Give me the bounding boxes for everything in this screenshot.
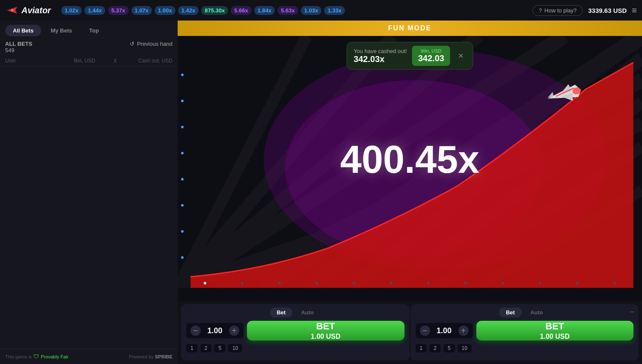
x-dot [464,282,467,284]
multiplier-strip: 1.02x 1.44x 5.37x 1.07x 1.00x 1.42x 875.… [61,6,529,15]
y-dot [181,256,184,259]
how-to-play-button[interactable]: ? How to play? [532,5,583,16]
amount-control-1: − 1.00 + [186,323,244,338]
bet-tab-auto-2[interactable]: Auto [523,308,550,317]
x-dot [241,282,244,284]
bets-title: ALL BETS [5,41,32,47]
win-badge: Win, USD 342.03 [412,46,450,66]
top-right: ? How to play? 3339.63 USD ≡ [532,5,637,16]
main-layout: All Bets My Bets Top ALL BETS 549 ↺ Prev… [0,21,642,364]
mult-badge[interactable]: 5.66x [231,6,252,15]
quick-bet-5[interactable]: 5 [214,344,226,352]
y-dot [181,100,184,102]
amount-increase-2[interactable]: + [458,326,469,336]
logo-plane-icon [5,3,19,17]
col-x-header: X [111,58,119,64]
x-axis-dots [186,282,633,284]
quick-bet-1[interactable]: 1 [186,344,198,352]
bet-btn-label-1: BET [316,321,335,332]
y-dot [181,204,184,207]
quick-bet-2[interactable]: 2 [200,344,212,352]
cashout-label: You have cashed out! [354,48,407,54]
x-dot [315,282,318,284]
previous-hand-button[interactable]: ↺ Previous hand [130,41,172,47]
powered-by-text: Powered by [129,354,154,359]
mult-badge[interactable]: 1.03x [301,6,322,15]
bet-section-2: − Bet Auto − 1.00 + BET 1.00 USD [410,304,639,361]
right-panel: FUN MODE You have cashed out! 342.03x Wi… [178,21,642,364]
win-amount: 342.03 [418,53,444,63]
cashout-amount: 342.03x [354,54,407,64]
bet-tab-bet-2[interactable]: Bet [499,308,522,317]
y-dot [181,178,184,181]
how-to-play-label: How to play? [544,7,577,14]
amount-control-2: − 1.00 + [416,323,473,338]
quick-bets-2: 1 2 5 10 [416,344,634,352]
top-bar: Aviator 1.02x 1.44x 5.37x 1.07x 1.00x 1.… [0,0,642,21]
tab-all-bets[interactable]: All Bets [5,25,41,36]
close-notification-button[interactable]: ✕ [455,51,466,61]
shield-icon: 🛡 [33,353,39,360]
mult-badge[interactable]: 875.30x [201,6,228,15]
mult-badge[interactable]: 5.37x [108,6,129,15]
tab-top[interactable]: Top [81,25,107,36]
quick-bet-2-10[interactable]: 10 [458,344,472,352]
quick-bet-10[interactable]: 10 [228,344,242,352]
bet-tab-auto-1[interactable]: Auto [294,308,321,317]
mult-badge[interactable]: 1.42x [178,6,199,15]
win-label: Win, USD [418,48,444,53]
bet-button-1[interactable]: BET 1.00 USD [247,321,404,340]
mult-badge[interactable]: 1.33x [324,6,345,15]
x-dot [539,282,541,284]
mult-badge[interactable]: 1.44x [84,6,105,15]
bets-list [0,67,178,349]
mult-badge[interactable]: 1.84x [254,6,275,15]
fun-mode-banner: FUN MODE [178,21,642,36]
x-dot [278,282,281,284]
mult-badge[interactable]: 1.00x [155,6,175,15]
mult-badge[interactable]: 1.07x [131,6,152,15]
amount-value-2: 1.00 [434,326,455,335]
logo: Aviator [5,3,51,17]
bottom-footer: This game is 🛡 Provably Fair Powered by … [0,349,178,364]
x-dot [204,282,206,284]
bet-btn-label-2: BET [545,321,564,332]
quick-bets-1: 1 2 5 10 [186,344,404,352]
quick-bet-2-2[interactable]: 2 [429,344,441,352]
provably-fair-link[interactable]: Provably Fair [41,354,68,359]
quick-bet-2-1[interactable]: 1 [416,344,427,352]
bet-button-2[interactable]: BET 1.00 USD [476,321,634,340]
x-dot [576,282,579,284]
section-remove-button[interactable]: − [630,308,634,317]
y-axis-dots [181,62,184,271]
multiplier-display: 400.45x [340,138,479,182]
mult-badge[interactable]: 5.63x [277,6,298,15]
amount-increase-1[interactable]: + [229,326,239,336]
bet-tab-bet-1[interactable]: Bet [270,308,292,317]
x-dot [353,282,355,284]
bet-section-1: Bet Auto − 1.00 + BET 1.00 USD 1 [181,304,410,361]
bet-btn-amount-1: 1.00 USD [311,333,340,340]
logo-text: Aviator [21,6,51,15]
menu-button[interactable]: ≡ [632,6,637,15]
mult-badge[interactable]: 1.02x [61,6,82,15]
bets-title-group: ALL BETS 549 [5,41,32,53]
betting-panel: Bet Auto − 1.00 + BET 1.00 USD 1 [178,301,642,364]
quick-bet-2-5[interactable]: 5 [443,344,455,352]
col-cashout-header: Cash out, USD [119,58,172,64]
bet-controls-2: − 1.00 + BET 1.00 USD [416,321,634,340]
amount-decrease-2[interactable]: − [420,326,430,336]
game-area: FUN MODE You have cashed out! 342.03x Wi… [178,21,642,301]
balance-display: 3339.63 USD [588,7,627,14]
game-canvas: 400.45x [178,36,642,288]
tab-my-bets[interactable]: My Bets [43,25,80,36]
y-dot [181,126,184,128]
bet-btn-amount-2: 1.00 USD [540,333,570,340]
tabs-row: All Bets My Bets Top [0,21,178,41]
spribe-logo: SPRIBE [155,354,172,359]
amount-decrease-1[interactable]: − [190,326,201,336]
col-bet-header: Bet, USD [58,58,111,64]
bet-tabs-2: Bet Auto [416,308,634,317]
bet-controls-1: − 1.00 + BET 1.00 USD [186,321,404,340]
y-dot [181,230,184,233]
